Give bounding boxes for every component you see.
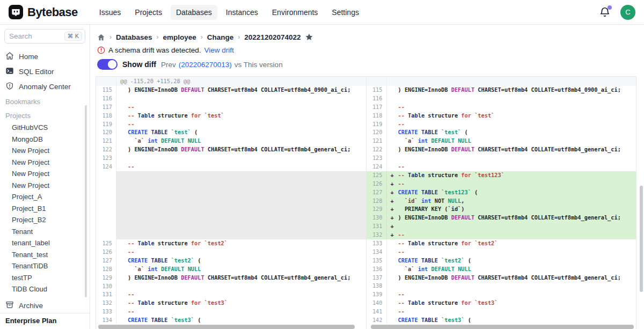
nav-item-instances[interactable]: Instances	[221, 5, 264, 20]
project-item[interactable]: New Project	[0, 180, 90, 192]
vs-label: vs This version	[235, 61, 283, 69]
project-item[interactable]: Project_B2	[0, 214, 90, 226]
diff-row: 132-- Table structure for `test3`	[96, 299, 366, 308]
project-item[interactable]: New Project	[0, 145, 90, 157]
prev-label: Prev	[161, 61, 176, 69]
brand-name: Bytebase	[27, 5, 78, 19]
diff-row: 119--	[367, 120, 636, 129]
diff-row: 121 `a` int DEFAULT NULL	[367, 137, 636, 145]
diff-row: 136 `a` int DEFAULT NULL	[367, 265, 636, 274]
diff-added-row: 130+) ENGINE=InnoDB DEFAULT CHARSET=utf8…	[367, 214, 636, 222]
project-item[interactable]: Project_B1	[0, 203, 90, 215]
nav-item-databases[interactable]: Databases	[171, 5, 217, 20]
breadcrumb-item[interactable]: Change	[207, 33, 234, 41]
project-item[interactable]: TiDB Cloud	[0, 283, 90, 295]
home-icon	[5, 52, 14, 62]
schema-drift-alert: A schema drift was detected. View drift	[90, 44, 644, 56]
diff-added-row: 132+--	[367, 231, 636, 239]
diff-row: 118-- Table structure for `test`	[96, 112, 366, 120]
diff-right-hscrollbar[interactable]	[371, 325, 634, 329]
warning-icon	[97, 46, 105, 54]
breadcrumb-separator: ›	[157, 33, 159, 41]
diff-row: 138	[367, 282, 636, 290]
nav-item-environments[interactable]: Environments	[267, 5, 324, 20]
diff-row: 122) ENGINE=InnoDB DEFAULT CHARSET=utf8m…	[96, 145, 366, 154]
diff-added-row: 125+-- Table structure for `test123`	[367, 171, 636, 180]
sidebar-item-archive[interactable]: Archive	[0, 298, 90, 313]
diff-row: 141--	[367, 308, 636, 316]
home-icon[interactable]	[97, 33, 105, 41]
diff-row: 116	[367, 94, 636, 103]
project-item[interactable]: Tenant_test	[0, 249, 90, 261]
show-diff-label: Show diff	[122, 60, 156, 69]
sidebar: Search ⌘ K HomeSQL EditorAnomaly Center …	[0, 25, 90, 329]
page-vscrollbar[interactable]	[640, 186, 643, 292]
notifications-button[interactable]	[599, 6, 611, 18]
alert-text: A schema drift was detected.	[108, 46, 201, 54]
diff-row: 115) ENGINE=InnoDB DEFAULT CHARSET=utf8m…	[96, 86, 366, 94]
prev-version-link[interactable]: (202206270013)	[179, 61, 232, 69]
view-drift-link[interactable]: View drift	[204, 46, 234, 54]
diff-row: 140-- Table structure for `test3`	[367, 299, 636, 308]
project-item[interactable]: GitHubVCS	[0, 122, 90, 134]
diff-row: 124--	[367, 163, 636, 171]
project-item[interactable]: tenant_label	[0, 237, 90, 249]
star-icon[interactable]	[305, 33, 313, 41]
diff-pane-right: 115) ENGINE=InnoDB DEFAULT CHARSET=utf8m…	[367, 77, 636, 329]
nav-item-projects[interactable]: Projects	[129, 5, 167, 20]
diff-placeholder-block	[96, 171, 366, 239]
breadcrumb-item[interactable]: 20221202074022	[244, 33, 301, 41]
diff-row: 137) ENGINE=InnoDB DEFAULT CHARSET=utf8m…	[367, 274, 636, 282]
diff-row: 127CREATE TABLE `test2` (	[96, 257, 366, 265]
diff-left-hscrollbar[interactable]	[98, 325, 355, 329]
diff-row: 122) ENGINE=InnoDB DEFAULT CHARSET=utf8m…	[367, 145, 636, 154]
main-content: ›Databases›employee›Change›2022120207402…	[90, 25, 644, 329]
breadcrumb-separator: ›	[109, 33, 112, 41]
diff-row: 128 `a` int DEFAULT NULL	[96, 265, 366, 274]
project-item[interactable]: testTP	[0, 272, 90, 284]
sidebar-section-bookmarks: Bookmarks	[0, 94, 90, 108]
diff-viewer: @@ -115,20 +115,28 @@115) ENGINE=InnoDB …	[96, 76, 636, 329]
sidebar-item-sql-editor[interactable]: SQL Editor	[0, 64, 90, 79]
diff-row: 139--	[367, 290, 636, 299]
diff-added-row: 126+--	[367, 180, 636, 188]
diff-row: 135CREATE TABLE `test2` (	[367, 257, 636, 265]
project-item[interactable]: New Project	[0, 168, 90, 180]
nav-item-issues[interactable]: Issues	[94, 5, 126, 20]
project-item[interactable]: TenantTiDB	[0, 260, 90, 272]
avatar[interactable]: C	[620, 5, 635, 20]
diff-added-row: 127+CREATE TABLE `test123` (	[367, 188, 636, 197]
breadcrumb-item[interactable]: employee	[163, 33, 196, 41]
diff-row: 130	[96, 282, 366, 291]
diff-row: 133--	[96, 308, 366, 316]
diff-row: 116	[96, 94, 366, 103]
main-nav: IssuesProjectsDatabasesInstancesEnvironm…	[94, 5, 364, 20]
sidebar-item-anomaly-center[interactable]: Anomaly Center	[0, 79, 90, 94]
project-item[interactable]: MongoDB	[0, 134, 90, 145]
diff-row: 124--	[96, 163, 366, 171]
breadcrumb-separator: ›	[238, 33, 240, 41]
sidebar-scrollbar[interactable]	[85, 105, 87, 297]
diff-row: 120CREATE TABLE `test` (	[367, 128, 636, 137]
archive-label: Archive	[19, 302, 43, 310]
diff-row: 123	[96, 154, 366, 163]
diff-row: 120CREATE TABLE `test` (	[96, 128, 366, 137]
archive-icon	[5, 301, 14, 311]
diff-row: 117--	[96, 103, 366, 112]
bytebase-logo[interactable]: Bytebase	[9, 5, 78, 19]
nav-item-settings[interactable]: Settings	[326, 5, 364, 20]
project-item[interactable]: New Project	[0, 157, 90, 169]
diff-hunk-header	[367, 77, 636, 86]
project-item[interactable]: Tenant	[0, 226, 90, 238]
diff-added-row: 131+	[367, 222, 636, 231]
diff-added-row: 128+ `id` int NOT NULL,	[367, 197, 636, 206]
sql-editor-icon	[5, 67, 14, 77]
sidebar-item-home[interactable]: Home	[0, 49, 90, 64]
project-item[interactable]: Project_A	[0, 191, 90, 203]
diff-row: 121 `a` int DEFAULT NULL	[96, 137, 366, 145]
bell-icon	[599, 11, 611, 20]
breadcrumb: ›Databases›employee›Change›2022120207402…	[90, 31, 644, 43]
breadcrumb-item[interactable]: Databases	[116, 33, 152, 41]
search-input[interactable]: Search ⌘ K	[4, 29, 85, 43]
show-diff-toggle[interactable]	[97, 59, 118, 70]
